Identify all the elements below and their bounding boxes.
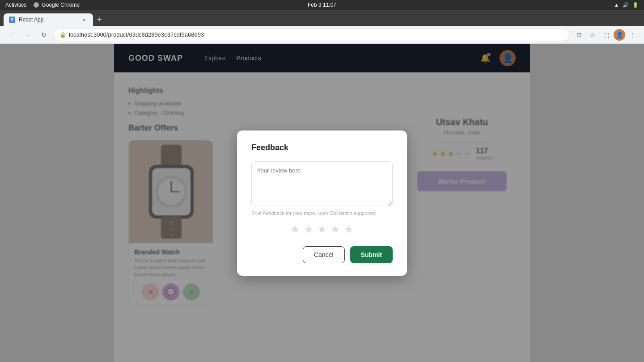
new-tab-button[interactable]: + xyxy=(93,13,106,26)
url-text: localhost:3000/product/63dc8d289e3c37cdf… xyxy=(69,31,204,38)
modal-actions: Cancel Submit xyxy=(251,246,393,263)
address-bar: ← → ↻ 🔒 localhost:3000/product/63dc8d289… xyxy=(0,26,644,44)
user-avatar-small: 👤 xyxy=(614,29,625,41)
wifi-icon: ▲ xyxy=(614,2,619,8)
modal-overlay: Feedback Brief Feedback for your trade. … xyxy=(114,44,530,362)
browser-tab[interactable]: R React App ✕ xyxy=(4,13,93,26)
url-bar[interactable]: 🔒 localhost:3000/product/63dc8d289e3c37c… xyxy=(54,29,570,41)
review-textarea[interactable] xyxy=(251,161,393,206)
content-area: GOOD SWAP Explore Products 🔔 👤 Highlight… xyxy=(114,44,530,362)
modal-star-4[interactable]: ★ xyxy=(330,223,340,236)
address-bar-actions: ⊡ ☆ ⬚ 👤 ⋮ xyxy=(573,29,639,41)
profile-button[interactable]: 👤 xyxy=(614,29,625,41)
feedback-modal: Feedback Brief Feedback for your trade. … xyxy=(237,130,407,276)
activities-label[interactable]: Activities xyxy=(5,2,26,8)
tab-bar: R React App ✕ + xyxy=(0,10,644,26)
reload-button[interactable]: ↻ xyxy=(38,29,50,41)
modal-title: Feedback xyxy=(251,143,393,152)
submit-button[interactable]: Submit xyxy=(350,246,393,263)
tab-close-button[interactable]: ✕ xyxy=(80,16,88,23)
back-button[interactable]: ← xyxy=(5,29,18,41)
tab-title: React App xyxy=(19,17,43,23)
modal-star-2[interactable]: ★ xyxy=(304,223,314,236)
extensions-icon[interactable]: ⬚ xyxy=(600,29,612,41)
lock-icon: 🔒 xyxy=(59,32,66,38)
menu-button[interactable]: ⋮ xyxy=(627,29,639,41)
modal-star-1[interactable]: ★ xyxy=(290,223,300,236)
battery-icon: 🔋 xyxy=(632,2,639,8)
volume-icon: 🔊 xyxy=(623,2,629,8)
modal-star-rating[interactable]: ★ ★ ★ ★ ★ xyxy=(251,223,393,236)
os-datetime: Feb 3 11:07 xyxy=(308,2,336,8)
tab-favicon: R xyxy=(9,17,15,23)
cancel-button[interactable]: Cancel xyxy=(303,246,345,263)
forward-button[interactable]: → xyxy=(21,29,34,41)
modal-star-5[interactable]: ★ xyxy=(344,223,354,236)
cast-icon[interactable]: ⊡ xyxy=(573,29,585,41)
os-bar-left: Activities Google Chrome xyxy=(5,2,80,8)
os-bar: Activities Google Chrome Feb 3 11:07 ▲ 🔊… xyxy=(0,0,644,10)
os-bar-right: ▲ 🔊 🔋 xyxy=(614,2,639,8)
browser-label: Google Chrome xyxy=(34,2,80,8)
bookmark-icon[interactable]: ☆ xyxy=(587,29,598,41)
page: GOOD SWAP Explore Products 🔔 👤 Highlight… xyxy=(0,44,644,362)
review-hint: Brief Feedback for your trade. Upto 500 … xyxy=(251,210,393,216)
modal-star-3[interactable]: ★ xyxy=(317,223,327,236)
